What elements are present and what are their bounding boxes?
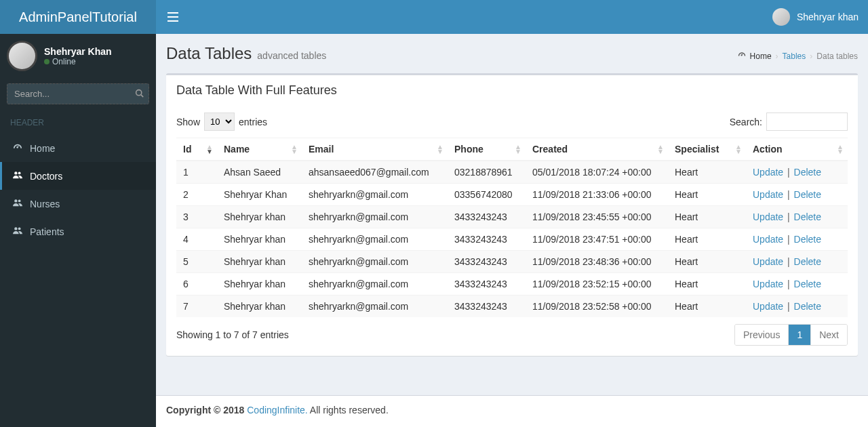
delete-link[interactable]: Delete [794,256,821,267]
table-row: 3Shehryar khanshehryarkn@gmail.com343324… [176,206,848,228]
cell-id: 4 [176,228,217,251]
cell-created: 11/09/2018 23:48:36 +00:00 [526,251,668,273]
cell-name: Ahsan Saeed [217,161,302,184]
table-row: 1Ahsan Saeedahsansaeed067@gmail.com03218… [176,161,848,184]
breadcrumb-tables[interactable]: Tables [783,52,806,61]
cell-email: shehryarkn@gmail.com [302,251,448,273]
users-icon [12,226,23,237]
col-action[interactable]: Action▲▼ [746,138,848,161]
cell-created: 11/09/2018 23:45:55 +00:00 [526,206,668,228]
cell-phone: 3433243243 [448,228,526,251]
cell-created: 11/09/2018 23:52:15 +00:00 [526,273,668,296]
svg-point-5 [14,227,17,230]
col-phone[interactable]: Phone▲▼ [448,138,526,161]
cell-specialist: Heart [668,161,746,184]
svg-point-1 [14,171,17,174]
cell-id: 5 [176,251,217,273]
chevron-right-icon: › [776,52,778,61]
cell-created: 11/09/2018 23:52:58 +00:00 [526,296,668,318]
cell-name: Shehryar khan [217,273,302,296]
cell-name: Shehryar Khan [217,184,302,206]
cell-email: shehryarkn@gmail.com [302,184,448,206]
breadcrumb-home[interactable]: Home [750,52,772,61]
page-1-button[interactable]: 1 [788,325,810,345]
header-user-menu[interactable]: Shehryar khan [763,8,868,26]
col-specialist[interactable]: Specialist▲▼ [668,138,746,161]
update-link[interactable]: Update [753,234,783,245]
sidebar-item-patients[interactable]: Patients [0,218,156,245]
cell-id: 7 [176,296,217,318]
logo[interactable]: AdminPanelTutorial [0,0,156,34]
cell-name: Shehryar khan [217,296,302,318]
cell-action: Update | Delete [746,273,848,296]
page-next-button[interactable]: Next [810,325,847,345]
sidebar-item-label: Home [30,143,55,154]
table-row: 6Shehryar khanshehryarkn@gmail.com343324… [176,273,848,296]
sidebar-section-header: HEADER [0,111,156,134]
search-icon[interactable] [135,89,144,100]
page-title: Data Tables [166,44,252,63]
cell-email: ahsansaeed067@gmail.com [302,161,448,184]
delete-link[interactable]: Delete [794,301,821,312]
cell-action: Update | Delete [746,296,848,318]
footer: Copyright © 2018 CodingInfinite. All rig… [156,395,868,427]
sort-icon: ▲▼ [735,144,742,154]
update-link[interactable]: Update [753,301,783,312]
delete-link[interactable]: Delete [794,189,821,200]
sort-icon: ▲▼ [206,144,213,154]
col-created[interactable]: Created▲▼ [526,138,668,161]
users-icon [12,198,23,209]
length-select[interactable]: 10 [204,113,235,131]
cell-phone: 3433243243 [448,206,526,228]
cell-created: 11/09/2018 21:33:06 +00:00 [526,184,668,206]
table-search-input[interactable] [766,113,848,131]
table-row: 5Shehryar khanshehryarkn@gmail.com343324… [176,251,848,273]
cell-phone: 03356742080 [448,184,526,206]
cell-action: Update | Delete [746,161,848,184]
update-link[interactable]: Update [753,279,783,289]
delete-link[interactable]: Delete [794,211,821,222]
sort-icon: ▲▼ [837,144,844,154]
page-prev-button[interactable]: Previous [735,325,788,345]
box-title: Data Table With Full Features [176,83,848,98]
cell-created: 11/09/2018 23:47:51 +00:00 [526,228,668,251]
update-link[interactable]: Update [753,256,783,267]
page-subtitle: advanced tables [257,50,326,61]
delete-link[interactable]: Delete [794,279,821,289]
svg-point-0 [136,89,142,95]
sidebar-item-nurses[interactable]: Nurses [0,190,156,218]
sort-icon: ▲▼ [657,144,664,154]
sidebar-item-doctors[interactable]: Doctors [0,162,156,190]
length-prefix: Show [176,117,200,127]
col-name[interactable]: Name▲▼ [217,138,302,161]
header-user-name: Shehryar khan [797,12,859,22]
dashboard-icon [738,51,746,61]
svg-point-3 [14,199,17,202]
toggle-sidebar-button[interactable] [156,12,190,22]
length-suffix: entries [239,117,267,127]
cell-phone: 3433243243 [448,273,526,296]
update-link[interactable]: Update [753,211,783,222]
sort-icon: ▲▼ [515,144,521,154]
update-link[interactable]: Update [753,167,783,178]
cell-email: shehryarkn@gmail.com [302,228,448,251]
cell-email: shehryarkn@gmail.com [302,273,448,296]
cell-id: 2 [176,184,217,206]
col-id[interactable]: Id▲▼ [176,138,217,161]
delete-link[interactable]: Delete [794,234,821,245]
sidebar-item-home[interactable]: Home [0,134,156,162]
sidebar-search-input[interactable] [7,83,149,104]
status-dot-icon [44,59,50,64]
cell-specialist: Heart [668,228,746,251]
col-email[interactable]: Email▲▼ [302,138,448,161]
table-row: 4Shehryar khanshehryarkn@gmail.com343324… [176,228,848,251]
update-link[interactable]: Update [753,189,783,200]
sidebar-status: Online [44,57,112,66]
breadcrumb: Home › Tables › Data tables [738,51,858,61]
sidebar: Shehryar Khan Online HEADER Home Doctors… [0,34,156,427]
sort-icon: ▲▼ [291,144,298,154]
delete-link[interactable]: Delete [794,167,821,178]
svg-point-6 [18,227,21,230]
chevron-right-icon: › [810,52,812,61]
footer-brand-link[interactable]: CodingInfinite. [247,405,308,415]
